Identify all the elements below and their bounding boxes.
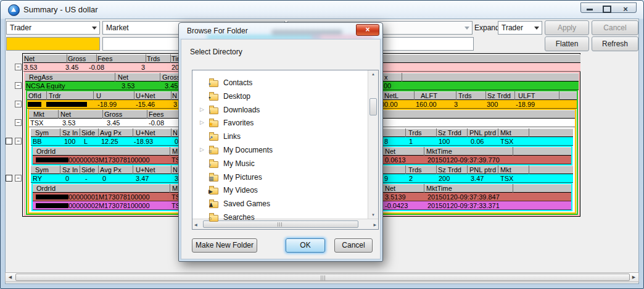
column-header: Trds [408, 128, 422, 137]
tree-vscroll-thumb[interactable] [369, 98, 377, 115]
column-header: Net [385, 184, 395, 193]
table-cell: 3.45 [65, 63, 78, 72]
scroll-right-arrow-icon[interactable]: ▶ [373, 222, 376, 227]
redacted-bar [36, 203, 68, 208]
collapse-button[interactable]: − [15, 64, 22, 70]
column-header: OrdrId [36, 147, 56, 156]
folder-item-my-videos[interactable]: ▶My Videos [192, 185, 359, 197]
cancel-button[interactable]: Cancel [592, 20, 638, 35]
folder-item-my-pictures[interactable]: ▦My Pictures [192, 172, 359, 184]
folder-item-downloads[interactable]: ▷↓Downloads [192, 104, 359, 117]
column-header: N [173, 165, 178, 174]
column-header: Sz Trdd [438, 128, 461, 137]
table-cell: 00000001M173078100000 [68, 193, 150, 201]
refresh-button[interactable]: Refresh [592, 36, 638, 51]
ok-button[interactable]: OK [286, 238, 325, 253]
column-separator [60, 128, 60, 137]
scroll-right-arrow-icon[interactable]: ▶ [630, 274, 638, 281]
maximize-icon [603, 6, 611, 13]
column-separator [102, 110, 103, 119]
column-header: Mkt [33, 110, 44, 119]
folder-item-links[interactable]: ↗Links [192, 131, 359, 143]
folder-item-favorites[interactable]: ▷★Favorites [192, 117, 359, 130]
table-cell: -15.46 [136, 100, 155, 109]
table-cell: TSX [500, 174, 513, 183]
folder-badge-icon: ○ [208, 216, 212, 222]
column-header: Sz In [62, 165, 78, 174]
close-button[interactable]: × [615, 2, 637, 13]
trader-filter-input[interactable] [6, 37, 100, 51]
collapse-button[interactable]: − [15, 101, 22, 107]
column-header: Avg Px [100, 128, 122, 137]
column-separator [485, 91, 486, 100]
trader-combobox[interactable]: Trader [6, 21, 100, 35]
select-directory-label: Select Directory [190, 48, 242, 56]
make-new-folder-button[interactable]: Make New Folder [192, 238, 257, 253]
column-separator [467, 165, 468, 174]
table-cell: 3.47 [136, 174, 149, 183]
folder-item-label: My Videos [223, 186, 258, 195]
column-separator [513, 184, 513, 193]
collapse-button[interactable]: − [15, 82, 22, 89]
scroll-up-arrow-icon[interactable]: ▲ [368, 72, 378, 76]
scroll-down-arrow-icon[interactable]: ▼ [368, 213, 378, 217]
expand-label: Expand [474, 23, 500, 32]
column-separator [424, 147, 424, 156]
table-cell: 00 [384, 82, 391, 90]
table-cell: 0 [65, 174, 69, 183]
column-separator [133, 165, 133, 174]
folder-item-label: Searches [223, 213, 255, 222]
minimize-button[interactable] [580, 2, 598, 13]
folder-item-label: Contacts [223, 78, 252, 87]
maximize-button[interactable] [598, 2, 616, 13]
table-cell: 0 [102, 174, 106, 183]
column-header: NetL [384, 91, 398, 100]
expand-combobox[interactable]: Trader [498, 21, 542, 35]
folder-item-contacts[interactable]: ▪Contacts [192, 77, 359, 90]
column-header: Sz Trdd [438, 165, 461, 174]
row-checkbox[interactable] [6, 138, 12, 144]
scroll-left-arrow-icon[interactable]: ◀ [6, 274, 14, 281]
folder-item-saved-games[interactable]: ♟Saved Games [192, 198, 359, 211]
collapse-button[interactable]: − [15, 175, 22, 182]
redacted-bar [36, 157, 68, 162]
column-header: x [384, 73, 388, 82]
table-cell: 3.45 [165, 82, 178, 90]
folder-item-my-music[interactable]: ♪My Music [192, 158, 359, 170]
redacted-bar [36, 195, 68, 199]
collapse-button[interactable]: − [15, 138, 22, 144]
column-header: PNL ptrd [469, 165, 496, 174]
tree-vertical-scrollbar[interactable]: ▲ ▼ [368, 70, 378, 219]
scrollbar-thumb[interactable] [15, 274, 630, 281]
expand-arrow-icon[interactable]: ▷ [200, 106, 204, 112]
column-separator [171, 91, 171, 100]
column-separator [134, 91, 134, 100]
flatten-button[interactable]: Flatten [545, 36, 589, 51]
horizontal-scrollbar[interactable]: ◀ ▶ [5, 272, 639, 282]
row-checkbox[interactable] [6, 175, 12, 182]
dialog-cancel-button[interactable]: Cancel [334, 238, 373, 253]
collapse-button[interactable]: − [15, 119, 22, 126]
folder-item-my-documents[interactable]: ▷≡My Documents [192, 144, 359, 157]
column-separator [402, 73, 402, 82]
column-header: Gross [162, 73, 180, 82]
column-separator [171, 128, 171, 137]
column-separator [498, 128, 498, 137]
folder-item-searches[interactable]: ○Searches [192, 212, 359, 224]
expand-arrow-icon[interactable]: ▷ [200, 146, 204, 153]
dialog-close-button[interactable]: × [356, 24, 379, 36]
table-cell: 8 [384, 137, 388, 146]
column-header: Net [118, 73, 128, 82]
folder-tree: ▲ ▼ ◀ ▶ ▪Contacts▪Desktop▷↓Downloads▷★Fa… [192, 70, 379, 230]
table-cell: 00000002M173078100000 [68, 201, 150, 210]
expand-arrow-icon[interactable]: ▷ [200, 119, 204, 125]
folder-item-desktop[interactable]: ▪Desktop [192, 91, 359, 103]
column-separator [436, 165, 437, 174]
column-header: MktTime [426, 184, 452, 193]
apply-button[interactable]: Apply [545, 20, 589, 35]
close-icon: × [365, 25, 369, 34]
column-header: Gross [104, 110, 122, 119]
column-separator [529, 165, 529, 174]
column-header: Gross [68, 54, 86, 63]
window-title: Summary - US dollar [23, 5, 98, 14]
